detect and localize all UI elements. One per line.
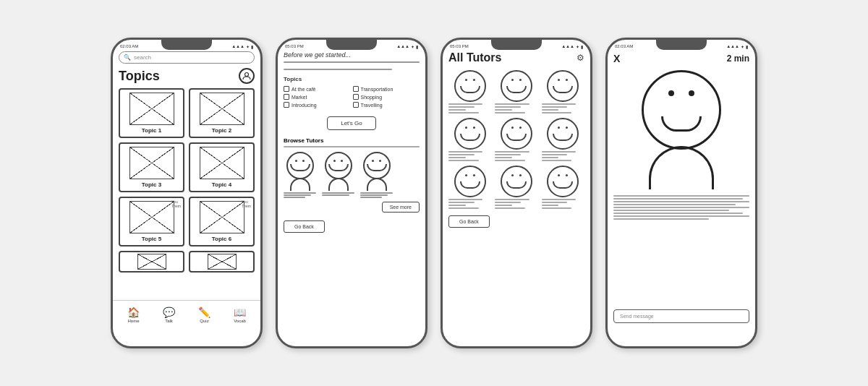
checkbox-intro[interactable]: Introducing — [284, 102, 351, 108]
topic-label-2: Topic 2 — [212, 127, 231, 134]
chat-text-area — [613, 195, 749, 220]
p3-smiley-3 — [547, 70, 579, 102]
p3-tutor-3[interactable] — [542, 70, 584, 113]
topic-thumbnail-6 — [200, 201, 244, 233]
topic-card-4[interactable]: Topic 4 — [189, 142, 255, 192]
filter-icon[interactable]: ⚙ — [576, 53, 584, 63]
p3-tutor-5[interactable] — [495, 118, 537, 161]
see-more-button[interactable]: See more — [382, 202, 420, 213]
checkbox-box-cafe[interactable] — [284, 86, 289, 92]
topics-grid-partial — [119, 251, 255, 273]
search-icon: 🔍 — [124, 54, 131, 61]
tutor-card-2[interactable] — [322, 152, 354, 198]
p3-eyes-3 — [558, 79, 568, 81]
tutor-line-3c — [360, 197, 382, 198]
see-more-row: See more — [284, 202, 420, 213]
topic-card-6[interactable]: YouThem Topic 6 — [189, 197, 255, 246]
p3-smiley-4 — [454, 118, 486, 150]
checkbox-box-shopping[interactable] — [353, 94, 359, 100]
nav-item-vocab[interactable]: 📖 Vocab — [234, 306, 246, 323]
go-back-button-2[interactable]: Go Back — [284, 220, 325, 233]
tutors-row-1 — [448, 70, 584, 113]
lets-go-button[interactable]: Let's Go — [327, 116, 376, 130]
nav-item-quiz[interactable]: ✏️ Quiz — [198, 306, 210, 323]
wifi-icon: ✦ — [246, 44, 250, 49]
p3-tutor-4[interactable] — [448, 118, 491, 161]
checkbox-box-travel[interactable] — [353, 102, 359, 108]
phone-1: 02:03 AM ▲▲▲ ✦ ▮ 🔍 search Topics — [111, 38, 263, 348]
checkbox-box-intro[interactable] — [284, 102, 289, 108]
topic-card-5[interactable]: YouThem Topic 5 — [119, 197, 184, 246]
topic-card-1[interactable]: Topic 1 — [119, 88, 184, 138]
p3-tutor-7[interactable] — [448, 166, 491, 209]
wifi-icon-4: ✦ — [741, 44, 744, 49]
tutor-card-1[interactable] — [284, 152, 316, 198]
tutor-line-1b — [284, 194, 311, 196]
topic-label-1: Topic 1 — [142, 127, 161, 134]
send-message-input[interactable]: Send message — [613, 309, 749, 323]
topic-card-3[interactable]: Topic 3 — [119, 142, 184, 192]
quiz-icon: ✏️ — [198, 306, 210, 318]
tutor-eyes-2 — [333, 160, 343, 162]
screen-4: X 2 min — [608, 51, 755, 329]
p3-tutor-6[interactable] — [542, 118, 584, 161]
go-back-button-3[interactable]: Go Back — [448, 215, 490, 228]
p3-lines-4 — [448, 151, 491, 161]
signal-icon: ▲▲▲ — [231, 44, 244, 48]
checkbox-travel[interactable]: Travelling — [353, 102, 420, 108]
nav-item-talk[interactable]: 💬 Talk — [163, 306, 175, 323]
tutor-body-2 — [328, 178, 349, 191]
lets-go-container: Let's Go — [284, 115, 420, 137]
topic-card-2[interactable]: Topic 2 — [189, 88, 255, 138]
go-back-container-3: Go Back — [448, 213, 584, 228]
checkbox-box-transport[interactable] — [353, 86, 359, 92]
tutor-smiley-2 — [325, 152, 352, 179]
nav-label-talk: Talk — [165, 319, 173, 323]
nav-label-home: Home — [127, 319, 139, 323]
home-icon: 🏠 — [127, 306, 140, 318]
notch-3 — [491, 40, 542, 50]
checkbox-cafe[interactable]: At the café — [284, 86, 351, 92]
nav-label-quiz: Quiz — [200, 319, 208, 323]
p3-eyes-4 — [465, 126, 475, 129]
browse-tutors-row — [284, 152, 420, 198]
avatar[interactable] — [239, 68, 255, 84]
screen-3: All Tutors ⚙ — [443, 51, 590, 329]
p3-tutor-2[interactable] — [495, 70, 537, 113]
p3-tutor-1[interactable] — [448, 70, 491, 113]
before-title: Before we get started... — [284, 51, 420, 59]
notch-4 — [656, 40, 707, 50]
close-button[interactable]: X — [613, 53, 620, 64]
page-title: Topics — [119, 69, 160, 84]
svg-point-0 — [245, 73, 249, 77]
status-icons-4: ▲▲▲ ✦ ▮ — [726, 44, 748, 49]
checkbox-market[interactable]: Market — [284, 94, 351, 100]
signal-icon-3: ▲▲▲ — [561, 44, 574, 48]
checkbox-transport[interactable]: Transportation — [353, 86, 420, 92]
talk-icon: 💬 — [163, 306, 175, 318]
big-smiley — [642, 70, 721, 150]
topic-card-partial-1 — [119, 251, 184, 273]
nav-item-home[interactable]: 🏠 Home — [127, 306, 140, 323]
checkbox-shopping[interactable]: Shopping — [353, 94, 420, 100]
screen-1: 🔍 search Topics Topic 1 Topic 2 — [113, 51, 260, 329]
tutors-row-2 — [448, 118, 584, 161]
p3-smiley-9 — [547, 166, 579, 197]
checkbox-label-intro: Introducing — [292, 103, 317, 108]
tutor-body-1 — [290, 178, 310, 191]
p3-smiley-6 — [547, 118, 579, 150]
search-bar[interactable]: 🔍 search — [119, 51, 255, 64]
tutor-card-3[interactable] — [360, 152, 393, 198]
topic-label-4: Topic 4 — [212, 181, 231, 188]
battery-icon-3: ▮ — [581, 44, 583, 49]
p3-tutor-9[interactable] — [542, 166, 584, 209]
p3-tutor-8[interactable] — [495, 166, 537, 209]
p3-lines-2 — [495, 103, 537, 113]
topic-thumbnail-2 — [200, 93, 244, 125]
all-tutors-header: All Tutors ⚙ — [448, 51, 584, 64]
p3-smiley-7 — [454, 166, 486, 197]
tutor-smiley-3 — [363, 152, 391, 179]
checkbox-box-market[interactable] — [284, 94, 289, 100]
status-time-3: 05:03 PM — [450, 44, 469, 48]
checkbox-label-transport: Transportation — [361, 87, 393, 92]
